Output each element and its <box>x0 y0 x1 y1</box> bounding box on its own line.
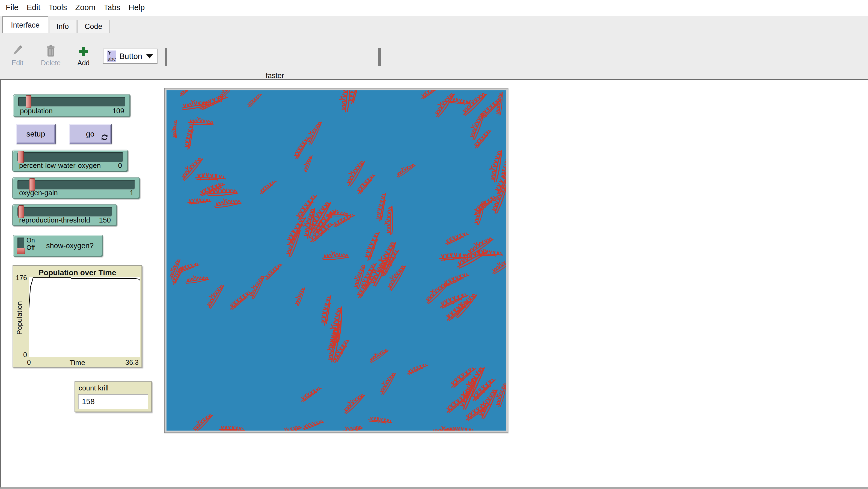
population-plot: Population over Time 176 0 Population 0 … <box>12 265 142 367</box>
switch-name: show-oxygen? <box>46 235 94 257</box>
tab-code[interactable]: Code <box>77 20 110 33</box>
menu-item-tools[interactable]: Tools <box>44 2 71 13</box>
y-axis-max: 176 <box>13 274 27 282</box>
krill-agent <box>345 90 365 105</box>
edit-label: Edit <box>5 59 30 67</box>
slider-track[interactable] <box>18 180 135 189</box>
krill-agent <box>202 284 230 309</box>
setup-button[interactable]: setup <box>16 124 56 144</box>
switch-groove[interactable] <box>18 238 24 253</box>
krill-agent <box>185 272 210 289</box>
speed-slider-label: faster <box>258 71 291 80</box>
krill-agent <box>443 232 470 245</box>
plot-canvas <box>29 277 140 357</box>
edit-widget-button[interactable]: Edit <box>5 44 30 67</box>
switch-show-oxygen[interactable]: On Off show-oxygen? <box>13 235 103 257</box>
krill-agent <box>291 286 311 307</box>
krill-agent <box>443 299 474 322</box>
go-button[interactable]: go <box>69 124 112 144</box>
slider-name: reproduction-threshold <box>19 216 90 224</box>
slider-name: oxygen-gain <box>19 189 58 197</box>
y-axis-min: 0 <box>13 351 27 359</box>
x-axis-title: Time <box>13 359 142 367</box>
slider-value: 109 <box>113 107 124 115</box>
switch-off-label: Off <box>27 244 35 251</box>
interface-canvas: population 109 setup go percent-low-wate… <box>0 79 868 488</box>
y-axis-title: Population <box>15 291 24 345</box>
krill-agent <box>490 382 506 408</box>
krill-agent <box>263 263 285 281</box>
krill-agent <box>464 111 493 140</box>
menu-item-zoom[interactable]: Zoom <box>71 2 99 13</box>
x-axis-max: 36.3 <box>125 359 139 366</box>
krill-agent <box>340 393 369 415</box>
slider-track[interactable] <box>18 97 125 106</box>
krill-agent <box>219 424 245 431</box>
add-label: Add <box>71 59 96 67</box>
krill-agent <box>246 93 264 108</box>
menu-item-edit[interactable]: Edit <box>23 2 44 13</box>
krill-agent <box>299 386 323 402</box>
slider-reproduction-threshold[interactable]: reproduction-threshold 150 <box>12 204 117 226</box>
pencil-icon <box>5 44 30 58</box>
krill-agent <box>300 155 318 173</box>
menu-item-file[interactable]: File <box>2 2 23 13</box>
slider-track[interactable] <box>18 152 123 162</box>
krill-agent <box>354 173 379 195</box>
interface-toolbar: Edit Delete Add <box>0 33 868 79</box>
menu-item-tabs[interactable]: Tabs <box>100 2 124 13</box>
slider-oxygen-gain[interactable]: oxygen-gain 1 <box>12 177 140 199</box>
delete-widget-button[interactable]: Delete <box>37 44 64 67</box>
tab-strip: InterfaceInfoCode <box>0 16 868 33</box>
krill-agent <box>368 349 390 363</box>
tab-info[interactable]: Info <box>49 20 76 33</box>
slider-value: 1 <box>130 189 134 197</box>
krill-agent <box>198 182 226 196</box>
krill-agent <box>395 163 417 178</box>
add-widget-button[interactable]: Add <box>71 44 96 67</box>
slider-percent-low-water-oxygen[interactable]: percent-low-water-oxygen 0 <box>12 150 128 172</box>
count-krill-monitor: count krill 158 <box>74 381 152 412</box>
krill-agent <box>368 414 393 427</box>
slider-population[interactable]: population 109 <box>13 94 130 117</box>
krill-agent <box>333 90 362 113</box>
menu-bar: FileEditToolsZoomTabsHelp <box>0 0 868 15</box>
plot-title: Population over Time <box>13 268 142 277</box>
krill-agent <box>439 251 470 263</box>
switch-thumb[interactable] <box>17 248 25 254</box>
krill-agent <box>178 90 197 97</box>
monitor-label: count krill <box>79 384 108 392</box>
slider-track[interactable] <box>18 207 112 216</box>
krill-agent <box>406 363 429 375</box>
krill-agent <box>187 197 212 206</box>
krill-agent <box>198 94 229 110</box>
slider-value: 150 <box>99 216 111 224</box>
krill-agent <box>375 372 402 395</box>
slider-thumb[interactable] <box>26 95 31 108</box>
delete-label: Delete <box>37 59 64 67</box>
toolbar-separator <box>378 48 381 66</box>
krill-agent <box>195 171 226 185</box>
krill-agent <box>168 119 183 139</box>
krill-agent <box>216 90 239 100</box>
tab-interface[interactable]: Interface <box>2 17 48 33</box>
trash-icon <box>37 44 64 58</box>
krill-agent <box>278 426 302 431</box>
plus-icon <box>71 44 96 58</box>
switch-on-label: On <box>27 237 35 244</box>
world-view-frame <box>164 88 508 433</box>
krill-agent <box>214 194 242 214</box>
krill-agent <box>491 258 506 274</box>
world-view[interactable] <box>166 90 506 431</box>
krill-agent <box>258 179 278 195</box>
widget-type-dropdown[interactable]: abc Button <box>103 49 157 64</box>
slider-name: percent-low-water-oxygen <box>19 161 101 170</box>
widget-type-value: Button <box>119 52 142 61</box>
menu-item-help[interactable]: Help <box>124 2 149 13</box>
krill-agent <box>338 424 363 431</box>
toolbar-separator <box>165 48 167 66</box>
krill-agent <box>430 92 461 118</box>
netlogo-window: FileEditToolsZoomTabsHelp InterfaceInfoC… <box>0 0 868 489</box>
krill-agents <box>166 90 506 431</box>
monitor-value: 158 <box>78 394 148 409</box>
